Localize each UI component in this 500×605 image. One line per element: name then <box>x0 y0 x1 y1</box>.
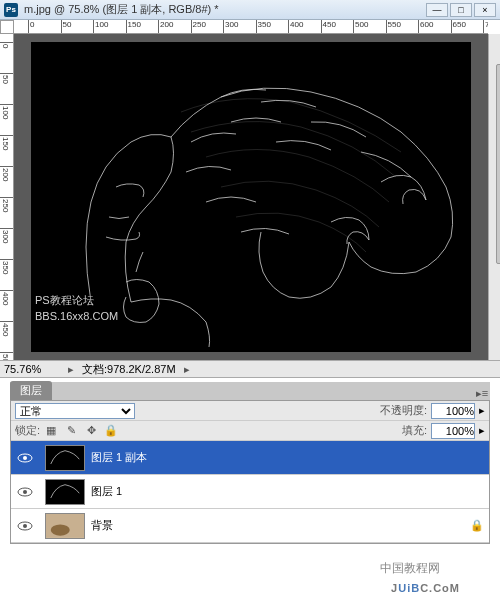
layer-name[interactable]: 背景 <box>91 518 465 533</box>
ruler-horizontal[interactable]: 0501001502002503003504004505005506006507… <box>14 20 488 34</box>
status-bar: 75.76% ▸ 文档:978.2K/2.87M ▸ <box>0 360 500 378</box>
canvas-area[interactable]: PS教程论坛 BBS.16xx8.COM <box>14 34 488 360</box>
svg-rect-3 <box>46 445 84 470</box>
lock-position-icon[interactable]: ✥ <box>84 424 98 438</box>
layer-row[interactable]: 图层 1 副本 <box>11 441 489 475</box>
lock-transparency-icon[interactable]: ▦ <box>44 424 58 438</box>
layer-row[interactable]: 图层 1 <box>11 475 489 509</box>
panel-tab-bar: 图层 ▸≡ <box>10 382 490 400</box>
opacity-arrow-icon[interactable]: ▸ <box>479 404 485 417</box>
tutorial-watermark: PS教程论坛 BBS.16xx8.COM <box>35 292 118 324</box>
layer-thumbnail[interactable] <box>45 445 85 471</box>
zoom-level[interactable]: 75.76% <box>4 363 60 375</box>
layer-row[interactable]: 背景 🔒 <box>11 509 489 543</box>
minimize-button[interactable]: — <box>426 3 448 17</box>
document-image[interactable]: PS教程论坛 BBS.16xx8.COM <box>31 42 471 352</box>
visibility-toggle[interactable] <box>11 453 39 463</box>
visibility-toggle[interactable] <box>11 521 39 531</box>
ruler-vertical[interactable]: 050100150200250300350400450500 <box>0 34 14 360</box>
tab-layers[interactable]: 图层 <box>10 381 52 400</box>
svg-point-8 <box>23 524 27 528</box>
layers-panel: 正常 不透明度: ▸ 锁定: ▦ ✎ ✥ 🔒 填充: ▸ 图层 1 副本 图层 … <box>10 400 490 544</box>
close-button[interactable]: × <box>474 3 496 17</box>
svg-point-5 <box>23 490 27 494</box>
fill-label: 填充: <box>402 423 427 438</box>
document-title: m.jpg @ 75.8% (图层 1 副本, RGB/8#) * <box>24 2 219 17</box>
scrollbar-thumb[interactable] <box>496 64 500 264</box>
lock-buttons: ▦ ✎ ✥ 🔒 <box>44 424 118 438</box>
title-bar: Ps m.jpg @ 75.8% (图层 1 副本, RGB/8#) * — □… <box>0 0 500 20</box>
document-info: 文档:978.2K/2.87M <box>82 362 176 377</box>
blend-mode-select[interactable]: 正常 <box>15 403 135 419</box>
zoom-arrow-icon[interactable]: ▸ <box>68 363 74 376</box>
lock-label: 锁定: <box>15 423 40 438</box>
blend-opacity-row: 正常 不透明度: ▸ <box>11 401 489 421</box>
lock-all-icon[interactable]: 🔒 <box>104 424 118 438</box>
fill-arrow-icon[interactable]: ▸ <box>479 424 485 437</box>
maximize-button[interactable]: □ <box>450 3 472 17</box>
lock-fill-row: 锁定: ▦ ✎ ✥ 🔒 填充: ▸ <box>11 421 489 441</box>
panel-menu-icon[interactable]: ▸≡ <box>474 387 490 400</box>
svg-point-2 <box>23 456 27 460</box>
lock-paint-icon[interactable]: ✎ <box>64 424 78 438</box>
layer-thumbnail[interactable] <box>45 479 85 505</box>
layer-name[interactable]: 图层 1 <box>91 484 465 499</box>
watermark-line1: PS教程论坛 <box>35 292 118 308</box>
window-buttons: — □ × <box>426 3 496 17</box>
svg-point-10 <box>51 525 70 536</box>
ruler-origin[interactable] <box>0 20 14 34</box>
layers-list: 图层 1 副本 图层 1 背景 🔒 <box>11 441 489 543</box>
opacity-label: 不透明度: <box>380 403 427 418</box>
layer-name[interactable]: 图层 1 副本 <box>91 450 465 465</box>
app-icon: Ps <box>4 3 18 17</box>
footer-watermark: JUiBC.CoM <box>391 574 460 597</box>
canvas-scrollbar-vertical[interactable] <box>488 34 500 360</box>
visibility-toggle[interactable] <box>11 487 39 497</box>
layer-thumbnail[interactable] <box>45 513 85 539</box>
info-arrow-icon[interactable]: ▸ <box>184 363 190 376</box>
fill-input[interactable] <box>431 423 475 439</box>
opacity-input[interactable] <box>431 403 475 419</box>
watermark-line2: BBS.16xx8.COM <box>35 308 118 324</box>
layer-lock-icon[interactable]: 🔒 <box>465 519 489 532</box>
svg-rect-6 <box>46 479 84 504</box>
